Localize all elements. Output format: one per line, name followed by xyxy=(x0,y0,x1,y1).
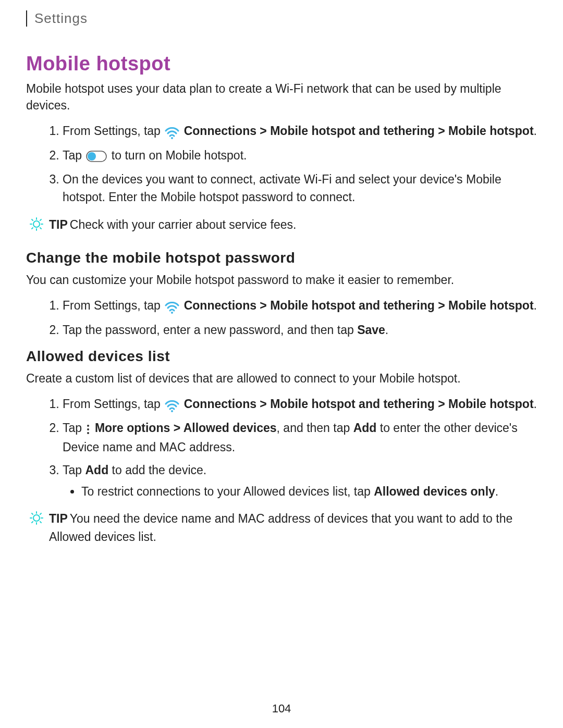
nav-path: Mobile hotspot and tethering xyxy=(270,299,435,312)
text: . xyxy=(534,299,537,312)
bold-text: Save xyxy=(357,323,385,337)
wifi-icon xyxy=(165,396,179,414)
nav-path: Connections xyxy=(184,299,256,312)
svg-line-23 xyxy=(40,522,41,523)
bold-text: Add xyxy=(85,463,108,477)
text: Check with your carrier about service fe… xyxy=(70,218,297,231)
svg-line-9 xyxy=(40,228,41,229)
svg-line-25 xyxy=(32,522,33,523)
text: From Settings, tap xyxy=(63,299,164,312)
bold-text: Allowed devices only xyxy=(374,485,495,498)
text: To restrict connections to your Allowed … xyxy=(81,485,374,498)
text: From Settings, tap xyxy=(63,124,164,138)
step-item: Tap the password, enter a new password, … xyxy=(63,321,537,339)
lightbulb-icon xyxy=(29,511,44,530)
text: Tap xyxy=(63,421,85,435)
section-intro: You can customize your Mobile hotspot pa… xyxy=(26,272,537,288)
section-intro: Create a custom list of devices that are… xyxy=(26,370,537,387)
lightbulb-icon xyxy=(29,217,44,237)
text: to turn on Mobile hotspot. xyxy=(108,149,247,162)
sep: > xyxy=(170,421,183,435)
breadcrumb: Settings xyxy=(26,10,537,27)
nav-path: Connections xyxy=(184,397,256,411)
svg-line-11 xyxy=(32,228,33,229)
svg-point-3 xyxy=(33,221,40,227)
text: . xyxy=(534,397,537,411)
svg-point-0 xyxy=(171,137,173,139)
svg-line-8 xyxy=(32,219,33,220)
text: You need the device name and MAC address… xyxy=(49,512,512,544)
bold-text: More options xyxy=(95,421,170,435)
sep: > xyxy=(435,299,448,312)
tip-label: TIP xyxy=(49,512,68,525)
page-title: Mobile hotspot xyxy=(26,53,537,75)
step-item: From Settings, tap Connections > Mobile … xyxy=(63,395,537,414)
text: From Settings, tap xyxy=(63,397,164,411)
intro-text: Mobile hotspot uses your data plan to cr… xyxy=(26,80,537,114)
svg-point-13 xyxy=(171,410,173,412)
bold-text: Allowed devices xyxy=(183,421,277,435)
heading-change-password: Change the mobile hotspot password xyxy=(26,250,537,266)
svg-line-10 xyxy=(40,219,41,220)
text: to add the device. xyxy=(108,463,206,477)
svg-point-17 xyxy=(33,515,40,521)
toggle-icon xyxy=(86,147,107,165)
sep: > xyxy=(256,299,270,312)
wifi-icon xyxy=(165,123,179,141)
text: Tap xyxy=(63,463,85,477)
nav-path: Mobile hotspot xyxy=(448,397,534,411)
text: Tap xyxy=(63,149,85,162)
step-item: On the devices you want to connect, acti… xyxy=(63,170,537,206)
heading-allowed-devices: Allowed devices list xyxy=(26,348,537,365)
sep: > xyxy=(435,124,448,138)
nav-path: Mobile hotspot xyxy=(448,299,534,312)
step-item: Tap to turn on Mobile hotspot. xyxy=(63,146,537,165)
bullet-item: To restrict connections to your Allowed … xyxy=(81,483,537,501)
svg-line-22 xyxy=(32,513,33,514)
nav-path: Connections xyxy=(184,124,256,138)
text: . xyxy=(495,485,498,498)
nav-path: Mobile hotspot and tethering xyxy=(270,124,435,138)
tip-box: TIPYou need the device name and MAC addr… xyxy=(29,510,537,546)
svg-point-14 xyxy=(87,425,89,427)
nav-path: Mobile hotspot and tethering xyxy=(270,397,435,411)
more-options-icon xyxy=(86,420,90,438)
sep: > xyxy=(256,397,270,411)
tip-label: TIP xyxy=(49,218,68,231)
sep: > xyxy=(435,397,448,411)
tip-text: TIPCheck with your carrier about service… xyxy=(49,216,296,234)
sub-bullets: To restrict connections to your Allowed … xyxy=(63,483,537,501)
text: Tap the password, enter a new password, … xyxy=(63,323,357,337)
svg-point-12 xyxy=(171,312,173,314)
steps-allowed-devices: From Settings, tap Connections > Mobile … xyxy=(26,395,537,500)
text: . xyxy=(385,323,388,337)
steps-mobile-hotspot: From Settings, tap Connections > Mobile … xyxy=(26,122,537,206)
step-item: From Settings, tap Connections > Mobile … xyxy=(63,122,537,141)
page-number: 104 xyxy=(0,702,563,715)
svg-point-15 xyxy=(87,428,89,430)
svg-point-16 xyxy=(87,432,89,434)
wifi-icon xyxy=(165,298,179,316)
tip-text: TIPYou need the device name and MAC addr… xyxy=(49,510,537,546)
text: . xyxy=(534,124,537,138)
sep: > xyxy=(256,124,270,138)
steps-change-password: From Settings, tap Connections > Mobile … xyxy=(26,297,537,339)
tip-box: TIPCheck with your carrier about service… xyxy=(29,216,537,237)
bold-text: Add xyxy=(353,421,377,435)
step-item: From Settings, tap Connections > Mobile … xyxy=(63,297,537,315)
svg-line-24 xyxy=(40,513,41,514)
step-item: Tap Add to add the device. To restrict c… xyxy=(63,461,537,500)
svg-point-2 xyxy=(88,152,96,161)
step-item: Tap More options > Allowed devices, and … xyxy=(63,419,537,456)
text: , and then tap xyxy=(277,421,353,435)
nav-path: Mobile hotspot xyxy=(448,124,534,138)
